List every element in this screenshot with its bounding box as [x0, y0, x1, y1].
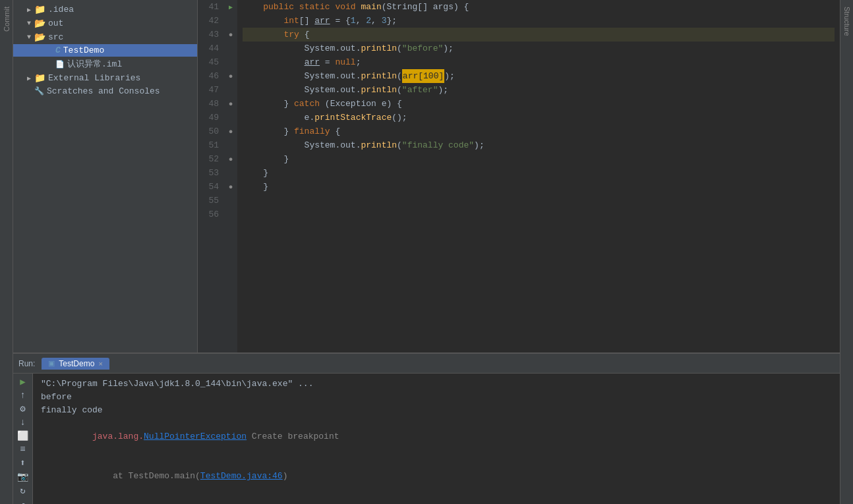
line-num-46: 46: [203, 69, 219, 83]
wrap-button[interactable]: ≡: [16, 444, 30, 455]
run-label: Run:: [18, 359, 35, 368]
commit-sidebar: Commit: [0, 0, 13, 504]
line-num-48: 48: [203, 97, 219, 111]
scroll-up-button[interactable]: ↑: [16, 390, 30, 401]
code-line-42: int[] arr = {1, 2, 3};: [243, 14, 835, 28]
stop-button[interactable]: ⬜: [16, 430, 30, 441]
file-tree: ▶ 📁 .idea ▼ 📂 out ▼ 📂 src C TestDemo: [13, 0, 198, 352]
run-button[interactable]: ▶: [16, 376, 30, 387]
code-line-44: System.out.println("before");: [243, 42, 835, 55]
gutter-51: [224, 138, 237, 152]
gutter-56: [224, 208, 237, 221]
gutter-53: [224, 166, 237, 180]
code-line-55: }: [243, 180, 835, 194]
at-prefix: at TestDemo.main(: [92, 471, 200, 481]
line-num-42: 42: [203, 14, 219, 28]
code-line-52: }: [243, 152, 835, 166]
gutter-45: [224, 55, 237, 69]
tree-arrow-src: ▼: [24, 34, 34, 41]
structure-label: Structure: [841, 0, 853, 43]
code-line-50: } finally {: [243, 125, 835, 138]
line-num-51: 51: [203, 138, 219, 152]
gutter-50: ●: [224, 125, 237, 138]
screenshot-button[interactable]: 📷: [16, 471, 30, 482]
line-num-44: 44: [203, 42, 219, 55]
run-content-area: ▶ ↑ ⚙ ↓ ⬜ ≡ ⬆ 📷 ↻ ↗ 🗑 "C:\Program Files\…: [13, 374, 840, 504]
tree-item-src[interactable]: ▼ 📂 src: [13, 30, 197, 44]
code-line-43: try {: [243, 28, 835, 42]
tree-arrow-idea: ▶: [24, 6, 34, 14]
bottom-panel: Run: ▣ TestDemo × ▶ ↑ ⚙ ↓ ⬜ ≡ ⬆ 📷 ↻ ↗ 🗑: [13, 352, 840, 504]
tree-item-iml[interactable]: 📄 认识异常.iml: [13, 57, 197, 71]
tree-item-out[interactable]: ▼ 📂 out: [13, 16, 197, 30]
tree-arrow-extlibs: ▶: [24, 74, 34, 82]
line-num-49: 49: [203, 111, 219, 125]
line-num-45: 45: [203, 55, 219, 69]
scope-icon-50: ●: [229, 128, 233, 136]
settings-button[interactable]: ⚙: [16, 403, 30, 414]
code-line-47: System.out.println("after");: [243, 83, 835, 97]
gutter-47: [224, 83, 237, 97]
code-line-48: } catch (Exception e) {: [243, 97, 835, 111]
line-numbers: 41 42 43 44 45 46 47 48 49 50 51 52 53 5…: [198, 0, 224, 352]
run-output: "C:\Program Files\Java\jdk1.8.0_144\bin\…: [33, 374, 840, 504]
gutter-41: ▶: [224, 0, 237, 14]
gutter-55: [224, 194, 237, 208]
gutter-42: [224, 14, 237, 28]
gutter-54: ●: [224, 180, 237, 194]
run-tab-close[interactable]: ×: [98, 360, 102, 368]
create-breakpoint-text: Create breakpoint: [247, 432, 339, 441]
java-icon-testdemo: C: [55, 45, 61, 55]
scope-icon-48: ●: [229, 100, 233, 108]
line-num-47: 47: [203, 83, 219, 97]
tree-label-scratches: Scratches and Consoles: [47, 86, 160, 96]
code-line-49: e.printStackTrace();: [243, 111, 835, 125]
output-cmd-line: "C:\Program Files\Java\jdk1.8.0_144\bin\…: [41, 378, 832, 391]
scope-icon-52: ●: [229, 155, 233, 163]
commit-label: Commit: [1, 0, 13, 38]
main-container: ▶ 📁 .idea ▼ 📂 out ▼ 📂 src C TestDemo: [13, 0, 840, 504]
run-tab-icon: ▣: [48, 359, 55, 368]
gutter-43: ●: [224, 28, 237, 42]
testdemo-link[interactable]: TestDemo.java:46: [200, 471, 283, 481]
code-line-46: System.out.println(arr[100]);: [243, 69, 835, 83]
run-tab-testdemo[interactable]: ▣ TestDemo ×: [42, 358, 109, 370]
up-button[interactable]: ⬆: [16, 457, 30, 468]
tree-item-scratches[interactable]: 🔧 Scratches and Consoles: [13, 85, 197, 98]
gutter-48: ●: [224, 97, 237, 111]
scope-icon-54: ●: [229, 183, 233, 191]
run-toolbar: ▶ ↑ ⚙ ↓ ⬜ ≡ ⬆ 📷 ↻ ↗ 🗑: [13, 374, 33, 504]
output-exception-line: java.lang.NullPointerException Create br…: [41, 417, 832, 457]
tree-arrow-out: ▼: [24, 20, 34, 27]
code-line-51: System.out.println("finally code");: [243, 138, 835, 152]
refresh-button[interactable]: ↻: [16, 485, 30, 496]
tree-item-idea[interactable]: ▶ 📁 .idea: [13, 3, 197, 16]
code-line-45: arr = null;: [243, 55, 835, 69]
folder-icon-src: 📂: [34, 32, 45, 43]
gutter-49: [224, 111, 237, 125]
output-at-line: at TestDemo.main(TestDemo.java:46): [41, 457, 832, 496]
code-content: public static void main(String[] args) {…: [237, 0, 840, 352]
tree-item-testdemo[interactable]: C TestDemo: [13, 44, 197, 57]
nullpointer-link[interactable]: NullPointerException: [144, 432, 247, 441]
code-line-54: }: [243, 166, 835, 180]
run-tab-bar: Run: ▣ TestDemo ×: [13, 354, 840, 374]
scope-icon-46: ●: [229, 72, 233, 80]
play-icon-41[interactable]: ▶: [229, 3, 233, 11]
editor-area: 41 42 43 44 45 46 47 48 49 50 51 52 53 5…: [198, 0, 840, 352]
scroll-down-button[interactable]: ↓: [16, 417, 30, 428]
tree-label-testdemo: TestDemo: [63, 45, 104, 55]
line-num-56: 56: [203, 208, 219, 221]
tree-label-iml: 认识异常.iml: [67, 58, 122, 70]
line-num-41: 41: [203, 0, 219, 14]
line-num-55: 55: [203, 194, 219, 208]
gutter-44: [224, 42, 237, 55]
folder-icon-extlibs: 📁: [34, 72, 45, 84]
output-finally-line: finally code: [41, 404, 832, 417]
scratches-icon: 🔧: [34, 86, 44, 96]
tree-label-idea: .idea: [48, 5, 74, 14]
tree-item-extlibs[interactable]: ▶ 📁 External Libraries: [13, 71, 197, 85]
iml-icon: 📄: [55, 60, 65, 69]
at-postfix: ): [283, 471, 288, 481]
pin-button[interactable]: ↗: [16, 499, 30, 504]
